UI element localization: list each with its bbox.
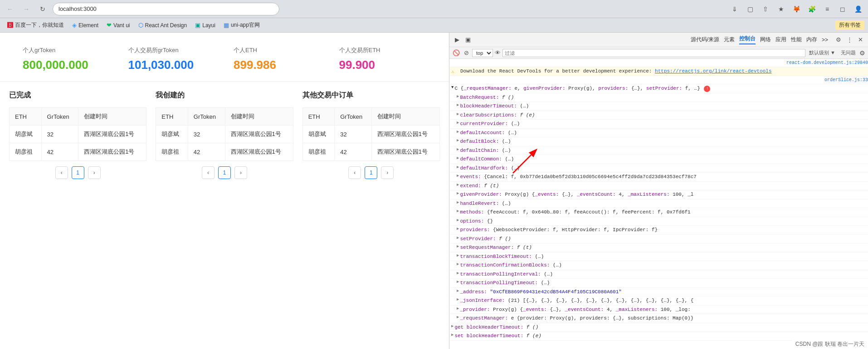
prop-text: set blockHeaderTimeout: f (e) bbox=[454, 332, 868, 340]
expand-triangle-defaultaccount[interactable]: ▶ bbox=[457, 129, 459, 136]
bookmarks-all-button[interactable]: 所有书签 bbox=[835, 20, 864, 30]
expand-triangle-providers[interactable]: ▶ bbox=[457, 226, 459, 233]
devtools-top-select[interactable]: top bbox=[472, 49, 493, 57]
bookmark-element[interactable]: ◈ Element bbox=[68, 20, 102, 30]
devtools-settings-icon[interactable]: ⚙ bbox=[834, 36, 843, 44]
file-link-order-slice[interactable]: orderSlice.js:33 bbox=[823, 77, 868, 83]
react-devtools-link[interactable]: https://reactjs.org/link/react-devtools bbox=[655, 68, 771, 74]
expand-triangle-events[interactable]: ▶ bbox=[457, 173, 459, 179]
expand-triangle-defaulthardfork[interactable]: ▶ bbox=[457, 165, 459, 171]
prev-page-btn-3[interactable]: ‹ bbox=[348, 166, 361, 179]
devtools-source-tab[interactable]: 源代码/来源 bbox=[691, 36, 719, 44]
expand-triangle-txpollingtimeout[interactable]: ▶ bbox=[457, 279, 459, 286]
console-line: react-dom.development.js:29840 bbox=[449, 59, 868, 67]
bookmark-vant[interactable]: ❤ Vant ui bbox=[103, 20, 133, 30]
stat-exchange-gr-token: 个人交易所grToken 101,030.000 bbox=[119, 42, 225, 77]
prev-page-btn[interactable]: ‹ bbox=[55, 166, 68, 179]
back-button[interactable]: ← bbox=[4, 3, 16, 15]
devtools-inspect-icon[interactable]: ▶ bbox=[453, 36, 461, 44]
bookmark-layui-label: Layui bbox=[202, 22, 215, 29]
download-icon[interactable]: ⇓ bbox=[728, 3, 741, 15]
expand-triangle-address[interactable]: ▶ bbox=[457, 288, 459, 295]
expand-triangle-setrequestmanager[interactable]: ▶ bbox=[457, 244, 459, 250]
expand-triangle-txpollinginterval[interactable]: ▶ bbox=[457, 271, 459, 277]
devtools-application-tab[interactable]: 应用 bbox=[775, 36, 786, 44]
devtools-more-icon[interactable]: ⋮ bbox=[845, 36, 853, 44]
expand-triangle-givenprovider[interactable]: ▶ bbox=[457, 191, 459, 197]
expand-triangle-extend[interactable]: ▶ bbox=[457, 182, 459, 189]
devtools-console-tab[interactable]: 控制台 bbox=[739, 35, 756, 44]
devtools-network-tab[interactable]: 网络 bbox=[760, 36, 771, 44]
console-prop-blockheader: ▶ blockHeaderTimeout: (…) bbox=[449, 102, 868, 111]
stat-exchange-gr-token-label: 个人交易所grToken bbox=[128, 46, 216, 54]
expand-triangle-options[interactable]: ▶ bbox=[457, 218, 459, 224]
window-icon[interactable]: ◻ bbox=[836, 3, 849, 15]
devtools-filter-input[interactable] bbox=[502, 49, 805, 57]
extension-icon2[interactable]: 🧩 bbox=[805, 3, 818, 15]
menu-icon[interactable]: ≡ bbox=[821, 3, 834, 15]
console-prop-defaultaccount: ▶ defaultAccount: (…) bbox=[449, 129, 868, 138]
next-page-btn-2[interactable]: › bbox=[234, 166, 247, 179]
expand-triangle-requestmanager[interactable]: ▶ bbox=[457, 315, 459, 321]
expand-triangle-clearsubs[interactable]: ▶ bbox=[457, 111, 459, 118]
expand-triangle-setprovider[interactable]: ▶ bbox=[457, 235, 459, 242]
prop-text: defaultHardfork: (…) bbox=[460, 165, 868, 172]
devtools-device-icon[interactable]: ▣ bbox=[464, 36, 472, 44]
profile-icon[interactable]: 👤 bbox=[852, 3, 864, 15]
bookmark-layui[interactable]: ▣ Layui bbox=[191, 20, 219, 30]
bookmark-uni-app[interactable]: ▦ uni-app官网 bbox=[220, 20, 263, 30]
devtools-elements-tab[interactable]: 元素 bbox=[724, 36, 735, 44]
bookmark-icon[interactable]: ★ bbox=[775, 3, 787, 15]
page-1-btn-2[interactable]: 1 bbox=[218, 166, 231, 179]
col-grtoken-1: GrToken bbox=[188, 108, 225, 126]
expand-triangle-methods[interactable]: ▶ bbox=[457, 208, 459, 215]
expand-triangle-currentprovider[interactable]: ▶ bbox=[457, 120, 459, 126]
expand-triangle-setblockheader[interactable]: ▶ bbox=[451, 332, 454, 339]
expand-triangle-txblocktimeout[interactable]: ▶ bbox=[457, 253, 459, 259]
expand-triangle-blockheader[interactable]: ▶ bbox=[457, 102, 459, 109]
prop-text: defaultChain: (…) bbox=[460, 147, 868, 155]
devtools-eye-icon[interactable]: 👁 bbox=[495, 49, 501, 56]
devtools-filter-icon[interactable]: ⊘ bbox=[462, 49, 470, 57]
page-1-btn[interactable]: 1 bbox=[72, 166, 84, 179]
expand-triangle-defaultblock[interactable]: ▶ bbox=[457, 138, 459, 144]
bookmark-baidu[interactable]: 🅱 百度一下，你就知道 bbox=[4, 20, 68, 30]
expand-triangle[interactable]: ▼ bbox=[451, 85, 454, 91]
devtools-performance-tab[interactable]: 性能 bbox=[791, 36, 802, 44]
devtools-level-button[interactable]: 默认级别 ▼ bbox=[807, 49, 837, 56]
devtools-memory-tab[interactable]: 内存 bbox=[806, 36, 817, 44]
forward-button[interactable]: → bbox=[20, 3, 33, 15]
devtools-close-icon[interactable]: ✕ bbox=[856, 36, 864, 44]
screenshot-icon[interactable]: ▢ bbox=[744, 3, 756, 15]
prop-text: blockHeaderTimeout: (…) bbox=[460, 102, 868, 110]
expand-triangle-provider[interactable]: ▶ bbox=[457, 306, 459, 312]
devtools-clear-icon[interactable]: 🚫 bbox=[452, 49, 460, 57]
share-icon[interactable]: ⇧ bbox=[759, 3, 772, 15]
file-link-react-dom[interactable]: react-dom.development.js:29840 bbox=[785, 59, 868, 66]
expand-triangle-txconfblocks[interactable]: ▶ bbox=[457, 262, 459, 268]
devtools-console-settings-icon[interactable]: ⚙ bbox=[859, 49, 865, 57]
extension-icon1[interactable]: 🦊 bbox=[790, 3, 803, 15]
expand-triangle-jsoninterface[interactable]: ▶ bbox=[457, 297, 459, 303]
prop-text: transactionBlockTimeout: (…) bbox=[460, 253, 868, 261]
expand-triangle-getblockheader[interactable]: ▶ bbox=[451, 324, 454, 330]
bookmark-react-ant[interactable]: ⬡ React Ant Design bbox=[135, 20, 191, 30]
address-bar[interactable]: localhost:3000 bbox=[53, 3, 279, 15]
expand-triangle-defaultcommon[interactable]: ▶ bbox=[457, 155, 459, 162]
prop-text: _provider: Proxy(g) {_events: {…}, _even… bbox=[460, 306, 868, 314]
expand-triangle-defaultchain[interactable]: ▶ bbox=[457, 147, 459, 153]
console-prop-events: ▶ events: {Cancel: f, 0xb77de1da0be5f2d3… bbox=[449, 173, 868, 182]
page-1-btn-3[interactable]: 1 bbox=[365, 166, 377, 179]
devtools-more-tabs[interactable]: >> bbox=[822, 37, 828, 43]
devtools-issues-button[interactable]: 无问题 bbox=[839, 49, 858, 56]
bookmark-uni-app-label: uni-app官网 bbox=[231, 21, 260, 29]
reload-button[interactable]: ↻ bbox=[36, 3, 49, 15]
prev-page-btn-2[interactable]: ‹ bbox=[202, 166, 215, 179]
expand-triangle-handlerevert[interactable]: ▶ bbox=[457, 200, 459, 206]
bookmark-react-ant-label: React Ant Design bbox=[145, 22, 187, 29]
cell: 胡彦祖 bbox=[10, 143, 42, 161]
next-page-btn[interactable]: › bbox=[88, 166, 101, 179]
expand-triangle-batch[interactable]: ▶ bbox=[457, 94, 459, 100]
next-page-btn-3[interactable]: › bbox=[381, 166, 394, 179]
cell: 西湖区湖底公园1号 bbox=[225, 126, 293, 143]
